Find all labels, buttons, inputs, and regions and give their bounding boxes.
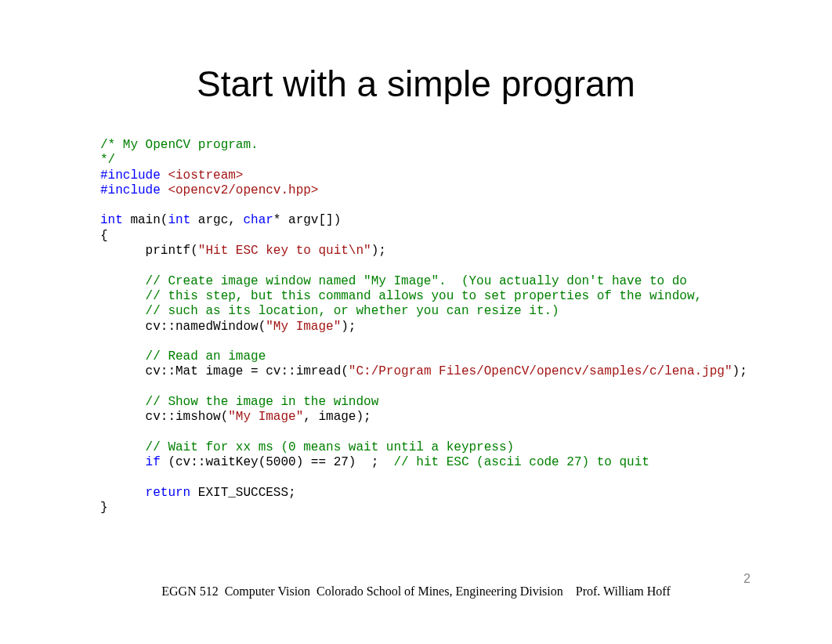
code-text: (cv::waitKey(5000) == 27) ;: [161, 455, 394, 469]
code-text: cv::imshow(: [100, 410, 228, 424]
code-text: {: [100, 229, 108, 243]
footer-subject: Computer Vision: [225, 584, 310, 599]
footer-course: EGGN 512: [161, 584, 218, 599]
slide: Start with a simple program /* My OpenCV…: [0, 0, 832, 644]
code-text: cv::Mat image = cv::imread(: [100, 364, 349, 378]
code-text: );: [371, 244, 386, 258]
code-keyword: int: [100, 213, 123, 227]
slide-title: Start with a simple program: [0, 63, 832, 105]
code-text: }: [100, 501, 108, 515]
code-keyword: char: [243, 213, 273, 227]
code-text: , image);: [303, 410, 371, 424]
code-text: );: [341, 320, 356, 334]
code-comment: // hit ESC (ascii code 27) to quit: [393, 455, 649, 469]
code-comment: // Read an image: [100, 349, 266, 364]
code-string: "C:/Program Files/OpenCV/opencv/samples/…: [349, 364, 733, 378]
code-comment: // such as its location, or whether you …: [100, 304, 559, 318]
code-keyword: int: [168, 213, 190, 227]
code-text: * argv[]): [273, 213, 341, 227]
code-comment: /* My OpenCV program.: [100, 138, 259, 152]
code-comment: // Wait for xx ms (0 means wait until a …: [100, 440, 514, 454]
page-number: 2: [743, 572, 751, 586]
code-keyword: if: [146, 455, 161, 469]
code-string: <iostream>: [161, 168, 244, 183]
code-text: cv::namedWindow(: [100, 320, 266, 334]
footer-school: Colorado School of Mines, Engineering Di…: [317, 584, 563, 599]
code-block: /* My OpenCV program. */ #include <iostr…: [100, 138, 747, 516]
code-string: "Hit ESC key to quit\n": [198, 244, 371, 258]
code-comment: // Show the image in the window: [100, 395, 378, 409]
code-text: [100, 455, 146, 469]
code-string: "My Image": [266, 320, 341, 334]
slide-footer: EGGN 512 Computer Vision Colorado School…: [0, 584, 832, 599]
code-comment: // Create image window named "My Image".…: [100, 274, 687, 288]
code-keyword: #include: [100, 168, 161, 183]
code-text: argc,: [190, 213, 243, 227]
code-text: [100, 486, 146, 500]
code-string: "My Image": [228, 410, 303, 424]
code-comment: // this step, but this command allows yo…: [100, 289, 702, 303]
code-keyword: #include: [100, 183, 161, 197]
code-string: <opencv2/opencv.hpp>: [161, 183, 319, 197]
footer-prof: Prof. William Hoff: [576, 584, 671, 599]
code-text: EXIT_SUCCESS;: [190, 486, 295, 500]
code-text: main(: [123, 213, 168, 227]
code-text: printf(: [100, 244, 198, 258]
code-keyword: return: [146, 486, 191, 500]
code-comment: */: [100, 153, 115, 167]
code-text: );: [733, 364, 747, 378]
